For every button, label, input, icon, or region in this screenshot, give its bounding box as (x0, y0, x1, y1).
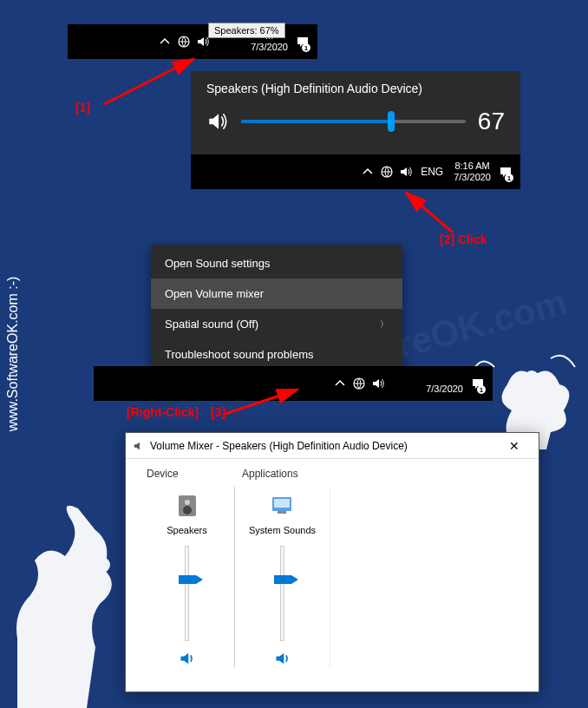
device-mute-button[interactable] (179, 650, 196, 667)
chevron-right-icon: 〉 (380, 318, 389, 331)
notifications-icon[interactable]: 1 (293, 24, 312, 59)
device-label: Speakers (167, 525, 206, 537)
annotation-2: [2] Click (440, 233, 487, 246)
annotation-1: [1] (75, 101, 90, 115)
volume-slider[interactable] (241, 120, 466, 123)
arrow-2 (395, 187, 465, 239)
window-title: Volume Mixer - Speakers (High Definition… (150, 440, 408, 452)
speakers-device-icon[interactable] (173, 492, 201, 520)
network-icon[interactable] (174, 24, 193, 59)
svg-line-6 (406, 193, 453, 233)
volume-value: 67 (478, 108, 505, 135)
app-icon (133, 440, 145, 452)
annotation-3-right: [3] (211, 405, 225, 419)
speaker-icon[interactable] (206, 110, 229, 133)
taskbar-2: ENG 8:16 AM 7/3/2020 1 (191, 154, 520, 189)
tray-chevron-up-icon[interactable] (330, 366, 350, 401)
menu-label: Open Volume mixer (165, 287, 264, 300)
notifications-icon[interactable]: 1 (468, 366, 487, 401)
menu-spatial-sound[interactable]: Spatial sound (Off)〉 (151, 309, 402, 339)
taskbar-3: ENG 8:16 AM 7/3/2020 1 (94, 366, 493, 401)
slider-thumb[interactable] (388, 111, 395, 132)
system-sounds-icon[interactable] (269, 492, 297, 520)
app-mute-button[interactable] (274, 650, 291, 667)
tray-datetime[interactable]: 8:16 AM 7/3/2020 (448, 161, 496, 183)
close-button[interactable]: ✕ (497, 434, 532, 458)
menu-label: Spatial sound (Off) (165, 318, 258, 331)
app-volume-slider[interactable] (270, 546, 296, 641)
network-icon[interactable] (377, 154, 396, 189)
app-label: System Sounds (249, 525, 316, 537)
volume-flyout: Speakers (High Definition Audio Device) … (191, 71, 520, 154)
menu-open-volume-mixer[interactable]: Open Volume mixer (151, 279, 402, 309)
svg-point-2 (524, 370, 539, 386)
tray-date: 7/3/2020 (454, 172, 491, 183)
device-header: Device (140, 468, 235, 487)
svg-point-1 (95, 557, 110, 573)
menu-troubleshoot-sound[interactable]: Troubleshoot sound problems (151, 339, 402, 370)
svg-rect-13 (274, 499, 290, 508)
svg-rect-14 (278, 511, 286, 514)
slider-thumb[interactable] (274, 575, 291, 584)
svg-point-10 (185, 500, 190, 505)
tray-time: 8:16 AM (454, 161, 491, 172)
volume-context-menu: Open Sound settings Open Volume mixer Sp… (151, 245, 402, 373)
menu-open-sound-settings[interactable]: Open Sound settings (151, 248, 402, 279)
volume-mixer-window: Volume Mixer - Speakers (High Definition… (125, 432, 539, 692)
tray-date: 7/3/2020 (251, 42, 288, 53)
network-icon[interactable] (350, 366, 369, 401)
tray-chevron-up-icon[interactable] (358, 154, 377, 189)
volume-icon[interactable] (369, 366, 388, 401)
device-volume-slider[interactable] (174, 546, 200, 641)
slider-thumb[interactable] (179, 575, 196, 584)
slider-fill (241, 120, 391, 123)
notif-badge: 1 (505, 174, 513, 182)
annotation-3-left: [Right-Click] (127, 405, 199, 419)
watermark-left: www.SoftwareOK.com :-) (5, 277, 21, 432)
notifications-icon[interactable]: 1 (496, 154, 515, 189)
svg-point-0 (41, 555, 60, 574)
volume-icon[interactable] (396, 154, 415, 189)
volume-tooltip: Speakers: 67% (208, 23, 285, 38)
notif-badge: 1 (302, 43, 310, 52)
tray-chevron-up-icon[interactable] (155, 24, 174, 59)
tray-lang[interactable]: ENG (415, 166, 448, 178)
tray-datetime[interactable]: 8:16 AM 7/3/2020 (421, 372, 468, 395)
flyout-title: Speakers (High Definition Audio Device) (206, 82, 505, 95)
notif-badge: 1 (477, 385, 486, 394)
svg-point-11 (183, 506, 192, 515)
menu-label: Open Sound settings (165, 257, 270, 270)
apps-header: Applications (235, 468, 525, 487)
titlebar[interactable]: Volume Mixer - Speakers (High Definition… (126, 433, 539, 459)
tray-date: 7/3/2020 (426, 384, 463, 395)
svg-line-4 (104, 59, 193, 104)
menu-label: Troubleshoot sound problems (165, 348, 314, 361)
